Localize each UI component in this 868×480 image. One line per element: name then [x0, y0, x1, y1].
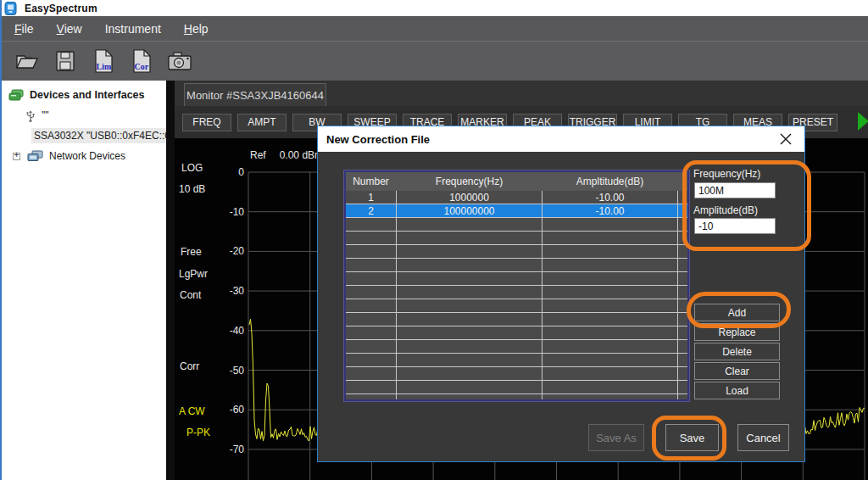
- svg-text:Cor: Cor: [135, 62, 149, 71]
- y-axis-tick: -60: [205, 404, 244, 416]
- menu-item[interactable]: Help: [175, 19, 217, 39]
- edit-button[interactable]: Delete: [694, 343, 780, 360]
- scale-type-label: LOG: [181, 162, 203, 174]
- edit-button[interactable]: Replace: [694, 323, 780, 341]
- open-file-button[interactable]: [10, 45, 44, 77]
- open-folder-icon: [14, 49, 40, 73]
- tab-bar: Monitor #SSA3XJB4160644: [175, 81, 868, 106]
- power-label: LgPwr: [179, 268, 208, 280]
- amplitude-input[interactable]: [694, 218, 776, 234]
- reference-level: Ref 0.00 dBm: [250, 149, 323, 161]
- scale-div-label: 10 dB: [179, 183, 205, 195]
- y-axis-tick: 0: [205, 166, 244, 178]
- edit-button[interactable]: Add: [694, 304, 780, 321]
- pane-splitter[interactable]: [166, 81, 175, 480]
- tree-item-usb-empty[interactable]: "": [2, 105, 166, 126]
- cancel-button[interactable]: Cancel: [737, 424, 789, 451]
- table-empty-row[interactable]: [346, 259, 687, 272]
- menu-item[interactable]: View: [48, 19, 91, 39]
- y-axis-tick: -10: [205, 206, 244, 218]
- app-icon: [4, 2, 18, 15]
- close-icon[interactable]: [777, 131, 794, 148]
- correction-document-icon: Cor: [131, 48, 153, 74]
- softkey-button[interactable]: FREQ: [182, 114, 231, 131]
- peak-mode-label: P-PK: [186, 427, 210, 438]
- save-floppy-icon: [53, 49, 77, 73]
- screenshot-button[interactable]: [163, 45, 197, 77]
- table-empty-row[interactable]: [346, 286, 687, 299]
- limit-document-icon: Lim: [92, 48, 114, 74]
- y-axis-tick: -40: [205, 325, 244, 337]
- toolbar: Lim Cor: [2, 41, 868, 81]
- table-row[interactable]: 2 100000000 -10.00: [346, 204, 687, 218]
- table-empty-row[interactable]: [346, 272, 687, 286]
- header-frequency: Frequency(Hz): [397, 172, 542, 191]
- device-tree: Devices and Interfaces "" SSA303: [2, 81, 166, 480]
- table-empty-row[interactable]: [346, 327, 687, 340]
- window-titlebar: EasySpectrum: [2, 0, 868, 16]
- devices-icon: [8, 89, 24, 102]
- tree-item-network-devices[interactable]: Network Devices: [2, 146, 166, 166]
- table-empty-row[interactable]: [346, 367, 687, 381]
- amplitude-label: Amplitude(dB): [693, 204, 758, 216]
- easyspectrum-window: EasySpectrum File View Instrument Help: [0, 0, 868, 480]
- table-body: 1 1000000 -10.00 2 100000000 -10.00: [346, 191, 687, 401]
- y-axis-tick: -50: [205, 365, 244, 377]
- camera-icon: [166, 49, 193, 73]
- table-empty-row[interactable]: [346, 340, 687, 354]
- save-as-button[interactable]: Save As: [588, 424, 644, 451]
- limit-file-button[interactable]: Lim: [86, 45, 120, 77]
- dialog-titlebar: New Correction File: [318, 126, 804, 152]
- table-empty-row[interactable]: [346, 299, 687, 313]
- dialog-title: New Correction File: [326, 133, 430, 146]
- softkey-button[interactable]: AMPT: [237, 114, 287, 131]
- edit-buttons: Add Replace Delete Clear Load: [694, 304, 780, 399]
- frequency-input[interactable]: [694, 182, 776, 198]
- new-correction-file-dialog: New Correction File Number Frequency(Hz)…: [317, 126, 805, 462]
- menu-item[interactable]: Instrument: [97, 19, 170, 39]
- table-empty-row[interactable]: [346, 232, 687, 245]
- network-devices-icon: [27, 150, 43, 163]
- table-row[interactable]: 1 1000000 -10.00: [346, 191, 687, 204]
- expand-icon[interactable]: [13, 153, 20, 160]
- usb-icon: [25, 109, 36, 123]
- svg-text:Lim: Lim: [97, 62, 112, 71]
- save-file-button[interactable]: [48, 45, 82, 77]
- detector-label: A CW: [179, 405, 205, 417]
- table-empty-row[interactable]: [346, 381, 687, 394]
- menu-bar: File View Instrument Help: [2, 16, 868, 41]
- tab-monitor[interactable]: Monitor #SSA3XJB4160644: [184, 83, 326, 106]
- y-axis-tick: -70: [205, 444, 244, 455]
- table-empty-row[interactable]: [346, 354, 687, 367]
- edit-button[interactable]: Load: [694, 382, 780, 399]
- frequency-label: Frequency(Hz): [693, 168, 760, 180]
- table-empty-row[interactable]: [346, 245, 687, 259]
- correction-file-button[interactable]: Cor: [125, 45, 159, 77]
- table-empty-row[interactable]: [346, 218, 687, 232]
- correction-label: Corr: [180, 360, 199, 372]
- edit-button[interactable]: Clear: [694, 362, 780, 380]
- play-icon[interactable]: [858, 112, 868, 131]
- save-button[interactable]: Save: [665, 424, 719, 451]
- table-header: Number Frequency(Hz) Ampltitude(dB): [346, 172, 687, 191]
- menu-item[interactable]: File: [6, 19, 42, 39]
- trigger-label: Free: [181, 246, 202, 258]
- selected-device-label: SSA3032X "USB0::0xF4EC::0: [31, 128, 166, 143]
- table-empty-row[interactable]: [346, 394, 687, 401]
- y-axis-tick: -20: [205, 245, 244, 257]
- sweep-mode-label: Cont: [180, 289, 201, 301]
- table-empty-row[interactable]: [346, 313, 687, 327]
- header-number: Number: [346, 172, 397, 191]
- app-title: EasySpectrum: [25, 3, 97, 14]
- header-amplitude: Ampltitude(dB): [542, 172, 678, 191]
- y-axis-tick: -30: [205, 285, 244, 297]
- tree-item-devices-and-interfaces[interactable]: Devices and Interfaces: [2, 85, 166, 105]
- tree-item-ssa3032x[interactable]: SSA3032X "USB0::0xF4EC::0: [2, 126, 166, 146]
- correction-points-table: Number Frequency(Hz) Ampltitude(dB) 1 10…: [344, 170, 689, 401]
